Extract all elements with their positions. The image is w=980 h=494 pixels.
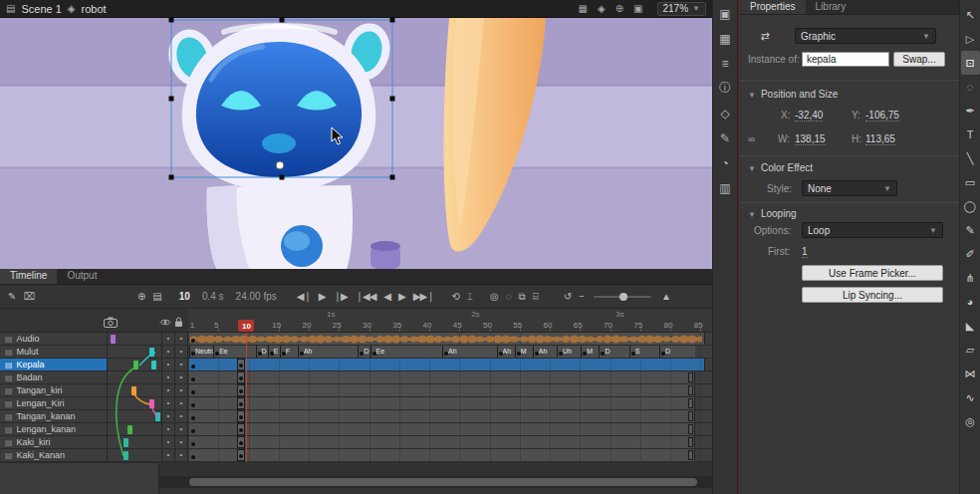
instance-name-field[interactable]: kepala xyxy=(802,52,889,67)
edit-multiple-frames-icon[interactable]: ⧉ xyxy=(519,291,525,303)
delete-icon[interactable]: ⌧ xyxy=(23,291,34,302)
layer-lock-dot[interactable]: • xyxy=(175,333,188,346)
frame-span[interactable] xyxy=(189,397,695,409)
next-frame-icon[interactable]: ▶ xyxy=(398,291,405,302)
layer-frames[interactable]: NeutralEeDEFAhDEeAhAhMAhUhMDSD xyxy=(188,346,712,359)
layer-name[interactable]: ▤Badan xyxy=(0,371,108,384)
onion-outline-icon[interactable]: ◌ xyxy=(506,291,511,302)
timeline-zoom-out-icon[interactable]: − xyxy=(579,291,584,302)
keyframe-marker[interactable] xyxy=(237,384,245,396)
keyframe-marker[interactable] xyxy=(237,359,245,370)
frame-span[interactable] xyxy=(189,436,695,448)
layer-frames[interactable] xyxy=(188,436,712,449)
frame-span[interactable] xyxy=(189,410,695,422)
pen-tool[interactable]: ✒ xyxy=(961,99,980,123)
swap-symbol-icon[interactable]: ⇄ xyxy=(754,30,776,45)
onion-skin-icon[interactable]: ◎ xyxy=(490,291,498,302)
layer-row[interactable]: ▤Lengan_kanan•• xyxy=(0,423,712,436)
layer-lock-dot[interactable]: • xyxy=(175,371,188,384)
oval-tool[interactable]: ◯ xyxy=(961,194,980,218)
timeline-ruler[interactable]: 1s2s3s 15152025303540455055606570758085 xyxy=(188,309,712,333)
rectangle-tool[interactable]: ▭ xyxy=(961,170,980,194)
layer-visibility-dot[interactable]: • xyxy=(162,397,175,410)
layer-lock-dot[interactable]: • xyxy=(175,359,188,371)
frame-span[interactable] xyxy=(189,333,705,345)
prev-frame-icon[interactable]: ◀ xyxy=(383,291,390,302)
lip-syncing-button[interactable]: Lip Syncing... xyxy=(802,287,943,303)
line-tool[interactable]: ╲ xyxy=(961,146,980,170)
history-panel-icon[interactable]: ◔ xyxy=(715,154,735,171)
frame-span[interactable] xyxy=(189,384,695,396)
layer-row[interactable]: ▤Tangan_kanan•• xyxy=(0,410,712,423)
lip-sync-segment[interactable]: Ah xyxy=(298,346,359,358)
layer-row[interactable]: ▤Tangan_kiri•• xyxy=(0,384,712,397)
camera-icon[interactable] xyxy=(104,317,118,328)
layer-frames[interactable] xyxy=(188,410,712,423)
loop-options-dropdown[interactable]: Loop ▼ xyxy=(802,222,943,238)
lip-sync-segment[interactable]: D xyxy=(256,346,268,358)
timeline-zoom-in-icon[interactable]: ▲ xyxy=(661,291,670,302)
swatches-panel-icon[interactable]: ≡ xyxy=(715,55,735,72)
keyframe-marker[interactable] xyxy=(237,449,245,461)
zoom-control[interactable]: 217% ▼ xyxy=(657,2,707,16)
width-tool[interactable]: ⋈ xyxy=(961,362,980,385)
layer-visibility-dot[interactable]: • xyxy=(162,423,175,436)
layer-lock-dot[interactable]: • xyxy=(175,346,188,359)
layer-frames[interactable] xyxy=(188,333,712,346)
paint-bucket-tool[interactable]: ◕ xyxy=(961,290,980,314)
frame-span[interactable] xyxy=(189,371,695,383)
step-back-icon[interactable]: ◀❘ xyxy=(297,291,311,302)
graph-editor-icon[interactable]: ▤ xyxy=(152,291,160,302)
tab-library[interactable]: Library xyxy=(806,0,857,14)
layer-visibility-dot[interactable]: • xyxy=(162,384,175,397)
frame-span[interactable] xyxy=(189,449,695,461)
align-panel-icon[interactable]: ▣ xyxy=(715,5,735,22)
w-value[interactable]: 138,15 xyxy=(795,133,826,145)
transform-panel-icon[interactable]: ◇ xyxy=(715,105,735,122)
lip-sync-segment[interactable]: Ee xyxy=(370,346,443,358)
lock-icon[interactable] xyxy=(174,317,183,328)
scrollbar-thumb[interactable] xyxy=(189,478,697,486)
lip-sync-segment[interactable]: M xyxy=(581,346,599,358)
layer-visibility-dot[interactable]: • xyxy=(162,449,175,462)
section-position-size[interactable]: ▼Position and Size xyxy=(748,88,838,100)
layer-frames[interactable] xyxy=(188,397,712,410)
marker-range-icon[interactable]: ⌶ xyxy=(467,291,472,303)
play-icon[interactable]: ▶ xyxy=(319,291,326,302)
lip-sync-segment[interactable]: S xyxy=(629,346,659,358)
layer-name[interactable]: ▤Lengan_kanan xyxy=(0,423,108,436)
keyframe-marker[interactable] xyxy=(237,397,245,409)
frame-span[interactable]: NeutralEeDEFAhDEeAhAhMAhUhMDSD xyxy=(189,346,695,358)
modify-markers-icon[interactable]: ⌸ xyxy=(533,291,538,303)
layer-name[interactable]: ▤Tangan_kiri xyxy=(0,384,108,397)
keyframe-marker[interactable] xyxy=(237,371,245,383)
eraser-tool[interactable]: ▱ xyxy=(961,338,980,362)
layer-name[interactable]: ▤Mulut xyxy=(0,346,108,359)
layer-name[interactable]: ▤Tangan_kanan xyxy=(0,410,108,423)
layer-name[interactable]: ▤Audio xyxy=(0,333,108,346)
style-dropdown[interactable]: None ▼ xyxy=(802,180,897,196)
frame-span[interactable] xyxy=(189,359,705,370)
layer-row[interactable]: ▤Mulut••NeutralEeDEFAhDEeAhAhMAhUhMDSD xyxy=(0,346,712,359)
selection-tool[interactable]: ↖ xyxy=(961,3,980,27)
lip-sync-segment[interactable]: E xyxy=(268,346,280,358)
center-frame-icon[interactable]: ⊕ xyxy=(137,291,144,302)
layer-row[interactable]: ▤Kepala•• xyxy=(0,359,712,371)
frame-rate-value[interactable]: 24.00 fps xyxy=(236,291,277,302)
lip-sync-segment[interactable]: Uh xyxy=(557,346,581,358)
lip-sync-segment[interactable]: Ah xyxy=(497,346,515,358)
layer-visibility-dot[interactable]: • xyxy=(162,436,175,449)
subselection-tool[interactable]: ▷ xyxy=(961,27,980,51)
clapperboard-icon[interactable]: ▦ xyxy=(579,1,588,17)
layer-row[interactable]: ▤Badan•• xyxy=(0,371,712,384)
layer-name[interactable]: ▤Lengan_Kiri xyxy=(0,397,108,410)
info-panel-icon[interactable]: ⓘ xyxy=(715,80,735,97)
reset-timeline-zoom-icon[interactable]: ↺ xyxy=(564,291,571,302)
bone-tool[interactable]: ⋔ xyxy=(961,266,980,290)
x-value[interactable]: -32,40 xyxy=(795,110,823,122)
layer-visibility-dot[interactable]: • xyxy=(162,359,175,371)
free-transform-tool[interactable]: ⊡ xyxy=(961,51,980,75)
brush-library-panel-icon[interactable]: ✎ xyxy=(715,129,735,146)
layer-lock-dot[interactable]: • xyxy=(175,436,188,449)
layer-visibility-dot[interactable]: • xyxy=(162,346,175,359)
